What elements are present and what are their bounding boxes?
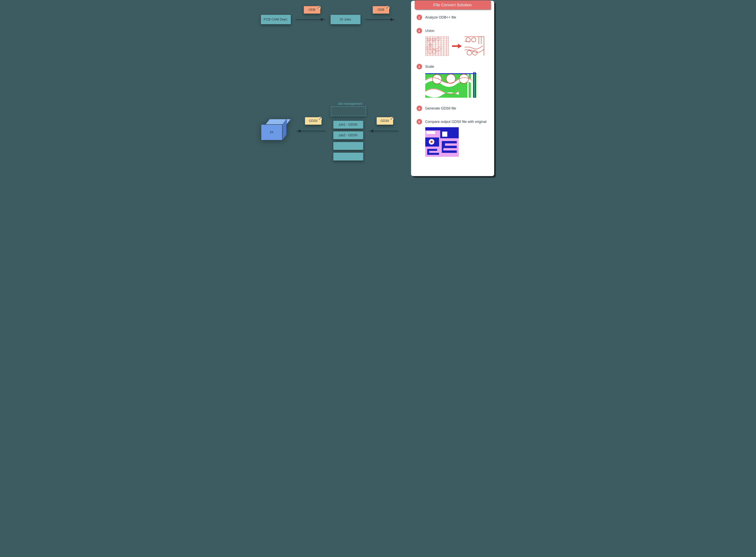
- job-row-4: [333, 152, 363, 161]
- di-cube: DI: [261, 119, 289, 143]
- job-mgmt-frame: [331, 106, 366, 116]
- svg-point-13: [472, 38, 476, 42]
- svg-rect-32: [426, 131, 435, 134]
- svg-point-2: [428, 39, 430, 41]
- step-title: Analyze ODB++ file: [425, 16, 456, 20]
- job-label: job2 - GDSII: [339, 133, 358, 137]
- svg-rect-27: [425, 127, 459, 130]
- step-3: 3 Scale: [417, 64, 490, 98]
- arrow-into-stack: [369, 131, 398, 131]
- svg-marker-11: [458, 44, 462, 49]
- step-title: Union: [425, 29, 434, 33]
- svg-point-19: [459, 75, 468, 83]
- step-number: 2: [417, 28, 422, 33]
- job-mgmt-label: Job management: [332, 102, 368, 106]
- card-title: File Convert Solution: [415, 0, 491, 9]
- arrow-pcb-to-dijobs: [296, 19, 325, 20]
- step-number: 4: [417, 106, 422, 111]
- svg-point-14: [467, 51, 472, 55]
- step-title: Scale: [425, 65, 434, 69]
- job-row-1: job1 - GDSII: [333, 121, 363, 129]
- note-gdsii-left: GDSII: [305, 117, 322, 125]
- node-label: DI Jobs: [340, 18, 351, 22]
- svg-point-3: [432, 38, 435, 41]
- node-di-jobs: DI Jobs: [330, 14, 361, 24]
- step-number: 5: [417, 119, 422, 124]
- note-label: GDSII: [381, 119, 389, 123]
- diagram-canvas: PCB CAM Dept. ODB DI Jobs ODB Job manage…: [258, 0, 498, 180]
- step-number: 1: [417, 14, 422, 20]
- step-title: Generate GDSII file: [425, 106, 456, 111]
- steps-list: 1 Analyze ODB++ file 2 Union: [417, 14, 490, 157]
- arrow-dijobs-out: [365, 19, 395, 20]
- di-cube-label: DI: [270, 130, 273, 134]
- svg-rect-33: [442, 131, 447, 137]
- job-row-3: [333, 142, 363, 150]
- node-pcb-cam: PCB CAM Dept.: [261, 14, 291, 24]
- compare-illustration: [425, 127, 490, 157]
- step-title: Compare output GDSII file with original: [425, 120, 486, 124]
- job-label: job1 - GDSII: [339, 123, 358, 127]
- solution-card: File Convert Solution 1 Analyze ODB++ fi…: [411, 1, 494, 176]
- svg-point-9: [432, 50, 436, 54]
- job-row-2: job2 - GDSII: [333, 131, 363, 140]
- note-label: ODB: [308, 8, 315, 11]
- svg-rect-10: [452, 45, 458, 47]
- step-1: 1 Analyze ODB++ file: [417, 14, 490, 20]
- svg-point-7: [430, 44, 431, 46]
- svg-point-17: [433, 75, 442, 84]
- step-4: 4 Generate GDSII file: [417, 106, 490, 111]
- svg-point-31: [430, 141, 433, 143]
- note-label: ODB: [377, 8, 384, 11]
- svg-rect-20: [471, 72, 473, 98]
- node-label: PCB CAM Dept.: [264, 18, 288, 22]
- step-number: 3: [417, 64, 422, 69]
- svg-point-15: [473, 51, 477, 55]
- note-label: GDSII: [309, 119, 317, 123]
- step-5: 5 Compare output GDSII file with origina…: [417, 119, 490, 157]
- svg-point-12: [466, 38, 470, 42]
- note-odb-1: ODB: [304, 6, 321, 14]
- note-gdsii-right: GDSII: [376, 117, 393, 125]
- scale-illustration: [425, 72, 490, 98]
- union-illustration: [425, 36, 490, 56]
- note-odb-2: ODB: [372, 6, 389, 14]
- arrow-stack-to-di: [297, 131, 326, 131]
- step-2: 2 Union: [417, 28, 490, 56]
